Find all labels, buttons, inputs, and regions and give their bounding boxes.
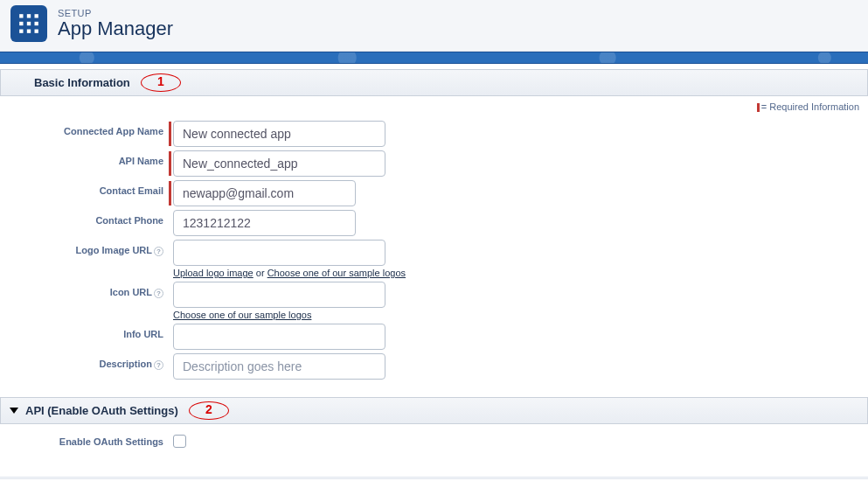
- basic-information-form: Connected App Name API Name Contact Emai…: [0, 114, 868, 392]
- svg-rect-7: [27, 30, 31, 33]
- required-indicator-icon: [169, 122, 171, 146]
- required-indicator-icon: [757, 103, 760, 112]
- connected-app-name-input[interactable]: [173, 121, 385, 147]
- chevron-down-icon: [10, 408, 18, 414]
- help-icon[interactable]: ?: [154, 247, 163, 256]
- enable-oauth-checkbox[interactable]: [173, 435, 186, 448]
- svg-rect-2: [35, 14, 38, 17]
- label-api-name: API Name: [0, 150, 169, 166]
- section-api-oauth[interactable]: API (Enable OAuth Settings) 2: [0, 397, 868, 424]
- section-title: API (Enable OAuth Settings): [25, 404, 178, 417]
- page-header: SETUP App Manager: [0, 0, 868, 52]
- required-info-note: = Required Information: [0, 96, 868, 114]
- help-icon[interactable]: ?: [154, 360, 163, 370]
- label-contact-email: Contact Email: [0, 180, 169, 196]
- page-title: App Manager: [58, 18, 173, 39]
- icon-url-input[interactable]: [173, 282, 385, 308]
- footer-divider: [0, 477, 868, 479]
- contact-phone-input[interactable]: [173, 210, 356, 236]
- label-enable-oauth: Enable OAuth Settings: [0, 431, 169, 447]
- logo-image-url-input[interactable]: [173, 240, 385, 266]
- decorative-strip: [0, 52, 868, 64]
- api-settings-form: Enable OAuth Settings: [0, 424, 868, 468]
- svg-rect-4: [27, 22, 31, 25]
- label-logo-image-url: Logo Image URL?: [0, 240, 169, 256]
- choose-sample-logo-link[interactable]: Choose one of our sample logos: [267, 268, 406, 278]
- svg-rect-3: [19, 22, 23, 25]
- section-basic-information: Basic Information 1: [0, 69, 868, 96]
- app-launcher-icon: [10, 5, 47, 42]
- required-indicator-icon: [169, 151, 171, 176]
- section-title: Basic Information: [34, 76, 130, 89]
- upload-logo-link[interactable]: Upload logo image: [173, 268, 253, 278]
- help-icon[interactable]: ?: [154, 289, 163, 298]
- contact-email-input[interactable]: [173, 180, 356, 206]
- annotation-callout-2: 2: [189, 401, 229, 420]
- label-contact-phone: Contact Phone: [0, 210, 169, 226]
- label-description: Description?: [0, 353, 169, 370]
- choose-sample-icon-link[interactable]: Choose one of our sample logos: [173, 310, 311, 320]
- label-icon-url: Icon URL?: [0, 282, 169, 298]
- icon-hint: Choose one of our sample logos: [173, 310, 385, 320]
- svg-rect-6: [19, 30, 23, 33]
- svg-rect-8: [35, 30, 38, 33]
- svg-rect-5: [35, 22, 38, 25]
- logo-hint: Upload logo image or Choose one of our s…: [173, 268, 406, 278]
- label-info-url: Info URL: [0, 324, 169, 339]
- api-name-input[interactable]: [173, 150, 385, 177]
- svg-rect-1: [27, 14, 31, 17]
- description-input[interactable]: [173, 353, 385, 380]
- svg-rect-0: [19, 14, 23, 17]
- annotation-callout-1: 1: [141, 73, 181, 92]
- required-indicator-icon: [169, 181, 171, 206]
- label-connected-app-name: Connected App Name: [0, 121, 169, 136]
- info-url-input[interactable]: [173, 324, 385, 350]
